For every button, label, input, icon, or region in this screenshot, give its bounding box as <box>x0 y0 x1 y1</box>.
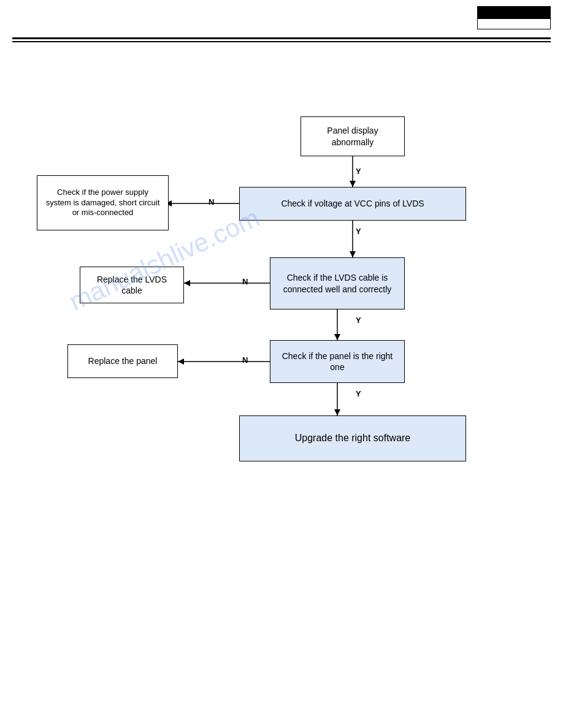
header-line-thick <box>12 37 551 39</box>
check-panel-box: Check if the panel is the right one <box>270 340 405 383</box>
arrows-svg <box>0 55 563 728</box>
y-label-3: Y <box>356 316 361 325</box>
logo-white <box>477 18 551 29</box>
svg-marker-1 <box>350 181 356 187</box>
y-label-1: Y <box>356 167 361 176</box>
svg-marker-7 <box>184 280 190 286</box>
n-label-2: N <box>242 277 248 286</box>
upgrade-box: Upgrade the right software <box>239 415 466 461</box>
flowchart: Panel display abnormally Y Check if volt… <box>0 55 563 728</box>
check-power-box: Check if the power supply system is dama… <box>37 175 169 230</box>
svg-marker-13 <box>334 409 340 415</box>
svg-marker-9 <box>334 334 340 340</box>
n-label-3: N <box>242 355 248 365</box>
header <box>12 6 551 43</box>
svg-marker-3 <box>350 251 356 257</box>
check-vcc-box: Check if voltage at VCC pins of LVDS <box>239 187 466 221</box>
y-label-2: Y <box>356 227 361 236</box>
n-label-1: N <box>209 197 214 207</box>
replace-panel-box: Replace the panel <box>67 344 178 378</box>
check-lvds-box: Check if the LVDS cable is connected wel… <box>270 257 405 309</box>
header-line-thin <box>12 41 551 42</box>
y-label-4: Y <box>356 389 361 398</box>
start-box: Panel display abnormally <box>301 116 405 156</box>
replace-lvds-box: Replace the LVDS cable <box>80 267 184 303</box>
svg-marker-11 <box>178 358 184 365</box>
